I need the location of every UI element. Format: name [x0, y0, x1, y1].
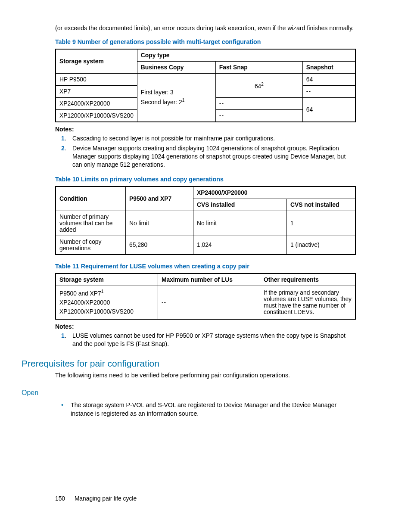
- section-heading-prerequisites: Prerequisites for pair configuration: [22, 358, 356, 369]
- subsection-heading-open: Open: [22, 389, 356, 397]
- cell-value: No limit: [126, 211, 193, 236]
- fs-12-pre: 64: [255, 83, 261, 89]
- page: (or exceeds the documented limits), an e…: [0, 0, 411, 532]
- notes-title: Notes:: [55, 126, 356, 133]
- cell-value: 1 (inactive): [287, 236, 356, 255]
- cell-value: 1: [287, 211, 356, 236]
- col-condition: Condition: [56, 187, 126, 211]
- cell-storage-systems: P9500 and XP71 XP24000/XP20000 XP12000/X…: [56, 286, 158, 319]
- cell-fast-snap: --: [215, 98, 302, 110]
- ss-line1-sup: 1: [101, 289, 104, 294]
- col-xp24000: XP24000/XP20000: [193, 187, 356, 199]
- table11: Storage system Maximum number of LUs Oth…: [55, 273, 356, 320]
- cell-snapshot: --: [302, 86, 355, 98]
- col-copy-type: Copy type: [137, 49, 355, 62]
- note-item: 1 Cascading to second layer is not possi…: [61, 134, 356, 143]
- col-storage-system: Storage system: [56, 49, 137, 74]
- cell-snapshot-34: 64: [302, 98, 355, 122]
- table9-notes: Notes: 1 Cascading to second layer is no…: [55, 126, 356, 169]
- col-cvs-not-installed: CVS not installed: [287, 199, 356, 211]
- cell-value: 1,024: [193, 236, 287, 255]
- cell-snapshot: 64: [302, 74, 355, 86]
- fs-12-sup: 2: [261, 82, 264, 87]
- table-row: HP P9500 First layer: 3 Second layer: 21…: [56, 74, 355, 86]
- table-row: Condition P9500 and XP7 XP24000/XP20000: [56, 187, 355, 199]
- table-row: Number of copy generations 65,280 1,024 …: [56, 236, 355, 255]
- cell-max-lus: --: [158, 286, 260, 319]
- note-item: 1 LUSE volumes cannot be used for HP P95…: [61, 332, 356, 348]
- bc-line2-pre: Second layer: 2: [141, 99, 182, 106]
- cell-storage: XP24000/XP20000: [56, 98, 137, 110]
- col-business-copy: Business Copy: [137, 62, 215, 74]
- table10: Condition P9500 and XP7 XP24000/XP20000 …: [55, 186, 356, 255]
- table-row: Storage system Maximum number of LUs Oth…: [56, 274, 355, 286]
- col-cvs-installed: CVS installed: [193, 199, 287, 211]
- table-row: P9500 and XP71 XP24000/XP20000 XP12000/X…: [56, 286, 355, 319]
- note-text: Device Manager supports creating and dis…: [72, 144, 356, 169]
- col-fast-snap: Fast Snap: [215, 62, 302, 74]
- table11-caption: Table 11 Requirement for LUSE volumes wh…: [55, 263, 356, 270]
- cell-value: No limit: [193, 211, 287, 236]
- table11-notes: Notes: 1 LUSE volumes cannot be used for…: [55, 323, 356, 348]
- cell-value: 65,280: [126, 236, 193, 255]
- col-p9500-xp7: P9500 and XP7: [126, 187, 193, 211]
- intro-paragraph: (or exceeds the documented limits), an e…: [55, 24, 356, 32]
- prereq-intro: The following items need to be verified …: [55, 371, 356, 380]
- note-number: 1: [61, 332, 72, 348]
- bc-line2-sup: 1: [182, 98, 185, 103]
- table10-caption: Table 10 Limits on primary volumes and c…: [55, 176, 356, 183]
- col-snapshot: Snapshot: [302, 62, 355, 74]
- table-row: Storage system Copy type: [56, 49, 355, 62]
- cell-storage: XP12000/XP10000/SVS200: [56, 110, 137, 122]
- ss-line1: P9500 and XP71: [59, 290, 103, 297]
- ss-line2: XP24000/XP20000: [59, 299, 110, 306]
- page-footer: 150 Managing pair life cycle: [55, 495, 137, 502]
- cell-condition: Number of primary volumes that can be ad…: [56, 211, 126, 236]
- ss-line1-pre: P9500 and XP7: [59, 290, 101, 297]
- note-text: Cascading to second layer is not possibl…: [72, 134, 275, 143]
- cell-fast-snap-12: 642: [215, 74, 302, 98]
- cell-fast-snap: --: [215, 110, 302, 122]
- cell-other-req: If the primary and secondary volumes are…: [260, 286, 356, 319]
- col-other-req: Other requirements: [260, 274, 356, 286]
- footer-chapter-title: Managing pair life cycle: [75, 495, 137, 502]
- bullet-item: • The storage system P-VOL and S-VOL are…: [61, 401, 356, 417]
- cell-business-copy: First layer: 3 Second layer: 21: [137, 74, 215, 122]
- table9: Storage system Copy type Business Copy F…: [55, 49, 356, 122]
- note-number: 1: [61, 134, 72, 143]
- note-text: LUSE volumes cannot be used for HP P9500…: [72, 332, 356, 348]
- bullet-icon: •: [61, 401, 71, 417]
- notes-title: Notes:: [55, 323, 356, 330]
- bullet-text: The storage system P-VOL and S-VOL are r…: [71, 401, 356, 417]
- cell-storage: HP P9500: [56, 74, 137, 86]
- cell-condition: Number of copy generations: [56, 236, 126, 255]
- ss-line3: XP12000/XP10000/SVS200: [59, 308, 134, 315]
- col-max-lus: Maximum number of LUs: [158, 274, 260, 286]
- page-number: 150: [55, 495, 65, 502]
- col-storage-system: Storage system: [56, 274, 158, 286]
- table-row: Number of primary volumes that can be ad…: [56, 211, 355, 236]
- table9-caption: Table 9 Number of generations possible w…: [55, 38, 356, 45]
- bc-line2: Second layer: 21: [141, 99, 184, 106]
- note-number: 2: [61, 144, 72, 169]
- bc-line1: First layer: 3: [141, 89, 174, 96]
- cell-storage: XP7: [56, 86, 137, 98]
- note-item: 2 Device Manager supports creating and d…: [61, 144, 356, 169]
